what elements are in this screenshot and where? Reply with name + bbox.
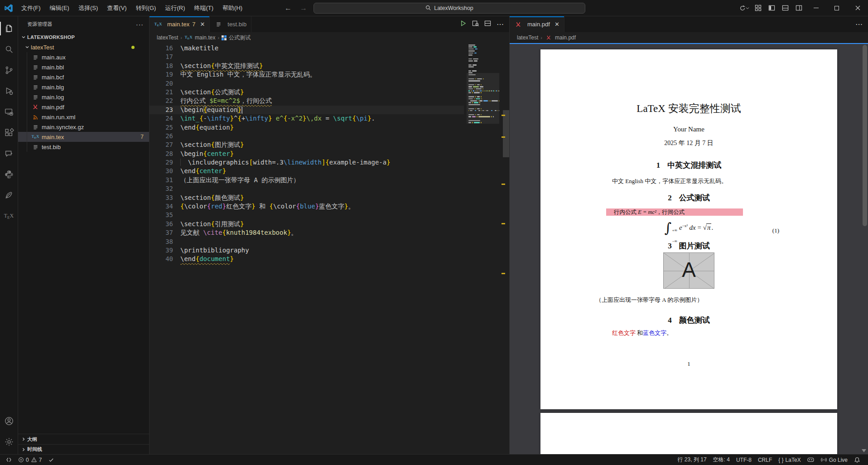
menu-help[interactable]: 帮助(H) bbox=[218, 2, 246, 14]
code-line-16[interactable]: 16\maketitle bbox=[149, 44, 464, 53]
code-line-34[interactable]: 34{\color{red}红色文字} 和 {\color{blue}蓝色文字}… bbox=[149, 202, 464, 211]
tab-test-bib[interactable]: test.bib bbox=[210, 16, 251, 32]
explorer-icon[interactable] bbox=[0, 18, 18, 39]
extensions-icon[interactable] bbox=[0, 122, 18, 143]
code-line-29[interactable]: 29 \includegraphics[width=.3\linewidth]{… bbox=[149, 158, 464, 167]
chat-icon[interactable] bbox=[0, 143, 18, 164]
more-actions-icon[interactable]: ⋯ bbox=[497, 20, 504, 29]
file-item-main-log[interactable]: main.log bbox=[18, 92, 149, 102]
scroll-down-icon[interactable] bbox=[862, 449, 866, 452]
minimize-button[interactable] bbox=[805, 0, 826, 16]
view-pdf-icon[interactable] bbox=[472, 20, 479, 29]
remote-explorer-icon[interactable] bbox=[0, 102, 18, 122]
toggle-secondary-sidebar-icon[interactable] bbox=[792, 2, 805, 14]
latex-workshop-icon[interactable]: TEX bbox=[0, 206, 18, 227]
menu-edit[interactable]: 编辑(E) bbox=[46, 2, 73, 14]
sync-icon[interactable] bbox=[738, 2, 751, 14]
code-line-19[interactable]: 19中文 English 中文，字体应正常显示无乱码。 bbox=[149, 70, 464, 79]
code-line-26[interactable]: 26 bbox=[149, 132, 464, 140]
code-line-40[interactable]: 40\end{document} bbox=[149, 255, 464, 263]
pdf-breadcrumb[interactable]: latexTest › main.pdf bbox=[510, 32, 868, 43]
file-item-main-tex[interactable]: TEXmain.tex7 bbox=[18, 132, 149, 142]
cursor-position[interactable]: 行 23, 列 17 bbox=[675, 455, 710, 465]
code-line-37[interactable]: 37见文献 \cite{knuth1984texbook}。 bbox=[149, 228, 464, 237]
copilot-icon[interactable] bbox=[804, 455, 817, 465]
customize-layout-icon[interactable] bbox=[751, 2, 765, 14]
run-debug-icon[interactable] bbox=[0, 81, 18, 102]
file-item-main-pdf[interactable]: main.pdf bbox=[18, 102, 149, 112]
code-line-38[interactable]: 38 bbox=[149, 237, 464, 246]
split-editor-icon[interactable] bbox=[484, 20, 491, 29]
build-play-icon[interactable] bbox=[460, 20, 467, 29]
code-line-27[interactable]: 27\section{图片测试} bbox=[149, 140, 464, 149]
command-center-search[interactable]: LatexWorkshop bbox=[313, 3, 585, 14]
remote-indicator[interactable] bbox=[3, 455, 15, 465]
menu-goto[interactable]: 转到(G) bbox=[132, 2, 160, 14]
code-line-36[interactable]: 36\section{引用测试} bbox=[149, 220, 464, 228]
go-live[interactable]: Go Live bbox=[817, 455, 851, 465]
encoding[interactable]: UTF-8 bbox=[733, 455, 755, 465]
code-line-30[interactable]: 30\end{center} bbox=[149, 167, 464, 175]
account-icon[interactable] bbox=[0, 411, 18, 431]
code-line-18[interactable]: 18\section{中英文混排测试} bbox=[149, 62, 464, 70]
code-line-32[interactable]: 32 bbox=[149, 184, 464, 193]
leaf-icon[interactable] bbox=[0, 185, 18, 206]
breadcrumb[interactable]: latexTest › TEX main.tex › 公式测试 bbox=[149, 32, 509, 43]
code-line-22[interactable]: 22行内公式 $E=mc^2$，行间公式 bbox=[149, 97, 464, 105]
toggle-panel-icon[interactable] bbox=[778, 2, 792, 14]
python-icon[interactable] bbox=[0, 164, 18, 185]
code-line-28[interactable]: 28\begin{center} bbox=[149, 150, 464, 158]
code-line-39[interactable]: 39\printbibliography bbox=[149, 246, 464, 255]
source-control-icon[interactable] bbox=[0, 60, 18, 81]
file-item-main-run-xml[interactable]: main.run.xml bbox=[18, 112, 149, 122]
code-editor[interactable]: 16\maketitle1718\section{中英文混排测试}19中文 En… bbox=[149, 43, 509, 454]
outline-section[interactable]: 大纲 bbox=[18, 434, 149, 444]
toggle-sidebar-icon[interactable] bbox=[765, 2, 778, 14]
tab-main-tex[interactable]: TEX main.tex 7 ✕ bbox=[149, 16, 210, 32]
pdf-scrollbar[interactable] bbox=[863, 45, 867, 226]
close-icon[interactable]: ✕ bbox=[200, 21, 205, 28]
search-sidebar-icon[interactable] bbox=[0, 39, 18, 60]
forward-icon[interactable]: → bbox=[298, 4, 309, 12]
maximize-button[interactable] bbox=[826, 0, 847, 16]
file-item-test-bib[interactable]: test.bib bbox=[18, 142, 149, 152]
code-line-17[interactable]: 17 bbox=[149, 53, 464, 61]
file-item-main-bcf[interactable]: main.bcf bbox=[18, 72, 149, 82]
menu-file[interactable]: 文件(F) bbox=[17, 2, 45, 14]
folder-latextest[interactable]: latexTest bbox=[18, 42, 149, 52]
minimap-viewport[interactable] bbox=[467, 73, 499, 124]
problems-indicator[interactable]: 0 7 bbox=[15, 455, 45, 465]
menu-run[interactable]: 运行(R) bbox=[161, 2, 189, 14]
code-line-23[interactable]: 23\begin{equation} bbox=[149, 106, 464, 114]
workspace-root[interactable]: LATEXWORKSHOP bbox=[18, 32, 149, 42]
editor-scrollbar[interactable] bbox=[503, 110, 509, 157]
code-line-31[interactable]: 31（上面应出现一张带字母 A 的示例图片） bbox=[149, 176, 464, 184]
menu-terminal[interactable]: 终端(T) bbox=[190, 2, 217, 14]
back-icon[interactable]: ← bbox=[283, 4, 294, 12]
file-item-main-synctex-gz[interactable]: main.synctex.gz bbox=[18, 122, 149, 132]
file-item-main-bbl[interactable]: main.bbl bbox=[18, 62, 149, 72]
menu-view[interactable]: 查看(V) bbox=[103, 2, 130, 14]
tab-main-pdf[interactable]: main.pdf ✕ bbox=[510, 16, 564, 32]
eol-sequence[interactable]: CRLF bbox=[755, 455, 775, 465]
code-line-21[interactable]: 21\section{公式测试} bbox=[149, 88, 464, 97]
code-line-35[interactable]: 35 bbox=[149, 211, 464, 219]
menu-selection[interactable]: 选择(S) bbox=[74, 2, 102, 14]
code-line-33[interactable]: 33\section{颜色测试} bbox=[149, 194, 464, 202]
settings-gear-icon[interactable] bbox=[0, 431, 18, 452]
close-icon[interactable]: ✕ bbox=[555, 21, 559, 28]
notifications-bell-icon[interactable] bbox=[851, 455, 863, 465]
file-item-main-aux[interactable]: main.aux bbox=[18, 52, 149, 62]
code-line-24[interactable]: 24\int_{-\infty}^{+\infty} e^{-x^2}\,dx … bbox=[149, 114, 464, 123]
close-button[interactable] bbox=[847, 0, 868, 16]
more-actions-icon[interactable]: ⋯ bbox=[855, 20, 863, 29]
indentation[interactable]: 空格: 4 bbox=[710, 455, 733, 465]
language-mode[interactable]: { }LaTeX bbox=[775, 455, 804, 465]
pdf-viewer[interactable]: LaTeX 安装完整性测试 Your Name 2025 年 12 月 7 日 … bbox=[510, 43, 868, 454]
sidebar-actions-icon[interactable]: ··· bbox=[136, 21, 144, 28]
code-line-25[interactable]: 25\end{equation} bbox=[149, 123, 464, 132]
file-item-main-blg[interactable]: main.blg bbox=[18, 82, 149, 92]
timeline-section[interactable]: 时间线 bbox=[18, 444, 149, 454]
latex-build-status[interactable] bbox=[45, 455, 58, 465]
code-line-20[interactable]: 20 bbox=[149, 79, 464, 88]
